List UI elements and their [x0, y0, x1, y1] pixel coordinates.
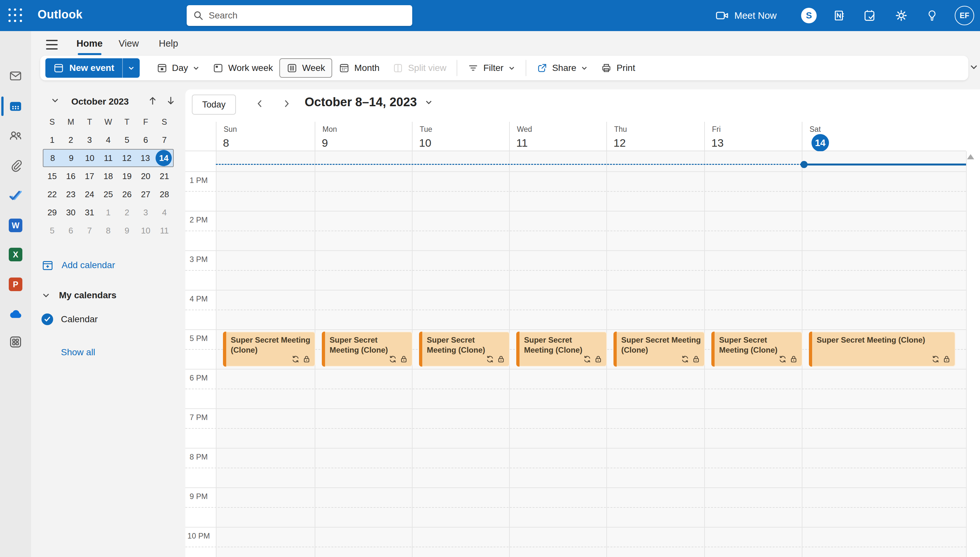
calendar-event[interactable]: Super Secret Meeting (Clone) — [809, 332, 956, 366]
minical-day-cell[interactable]: 31 — [80, 204, 99, 221]
show-all-link[interactable]: Show all — [61, 347, 95, 358]
scroll-up-arrow[interactable] — [967, 154, 974, 159]
minical-day-cell[interactable]: 22 — [43, 185, 62, 204]
minical-day-cell[interactable]: 26 — [118, 185, 136, 204]
view-day-button[interactable]: Day — [150, 58, 206, 78]
minical-day-cell[interactable]: 6 — [62, 221, 80, 239]
sidebar-item-calendar[interactable]: Calendar — [41, 313, 98, 325]
rail-attachments-icon[interactable] — [0, 152, 31, 178]
tab-help[interactable]: Help — [159, 34, 178, 53]
minical-day-cell[interactable]: 9 — [118, 221, 136, 239]
day-column-header-tue[interactable]: Tue10 — [412, 122, 509, 151]
my-calendars-group[interactable]: My calendars — [41, 290, 116, 301]
print-button[interactable]: Print — [595, 58, 642, 78]
minical-day-cell[interactable]: 27 — [136, 185, 155, 204]
calendar-event[interactable]: Super Secret Meeting (Clone) — [419, 332, 510, 366]
minical-day-cell[interactable]: 2 — [62, 131, 80, 149]
minical-day-cell[interactable]: 5 — [118, 131, 136, 149]
search-input[interactable] — [209, 10, 406, 21]
minical-day-cell[interactable]: 17 — [80, 167, 99, 185]
new-event-dropdown-chevron[interactable] — [122, 58, 140, 78]
minical-day-cell[interactable]: 12 — [118, 150, 136, 166]
minical-day-cell[interactable]: 28 — [155, 185, 174, 204]
onenote-icon[interactable] — [832, 9, 846, 22]
add-calendar-button[interactable]: Add calendar — [41, 259, 115, 271]
settings-gear-icon[interactable] — [895, 9, 908, 22]
collapse-ribbon-chevron[interactable] — [969, 62, 979, 72]
rail-excel-icon[interactable]: X — [0, 241, 31, 267]
view-week-button[interactable]: Week — [279, 58, 332, 78]
minical-day-cell[interactable]: 29 — [43, 204, 62, 221]
day-column-header-fri[interactable]: Fri13 — [704, 122, 802, 151]
rail-apps-icon[interactable] — [0, 329, 31, 355]
minical-day-cell[interactable]: 8 — [99, 221, 118, 239]
minical-day-cell[interactable]: 1 — [99, 204, 118, 221]
minical-day-cell[interactable]: 23 — [62, 185, 80, 204]
tips-lightbulb-icon[interactable] — [926, 9, 939, 22]
minical-day-cell[interactable]: 11 — [99, 150, 117, 166]
my-day-icon[interactable] — [863, 9, 877, 22]
search-bar[interactable] — [187, 5, 412, 26]
minical-day-cell[interactable]: 7 — [80, 221, 99, 239]
minical-day-cell[interactable]: 3 — [136, 204, 155, 221]
minical-day-cell[interactable]: 5 — [43, 221, 62, 239]
date-range-title[interactable]: October 8–14, 2023 — [305, 95, 433, 109]
calendar-event[interactable]: Super Secret Meeting (Clone) — [223, 332, 315, 366]
day-column-header-sun[interactable]: Sun8 — [216, 122, 315, 151]
share-button[interactable]: Share — [530, 58, 595, 78]
next-week-chevron[interactable] — [281, 98, 292, 109]
minical-day-cell[interactable]: 4 — [99, 131, 118, 149]
view-month-button[interactable]: Month — [332, 58, 386, 78]
minical-day-cell[interactable]: 21 — [155, 167, 174, 185]
minical-day-cell[interactable]: 11 — [155, 221, 174, 239]
rail-people-icon[interactable] — [0, 123, 31, 149]
calendar-event[interactable]: Super Secret Meeting (Clone) — [711, 332, 802, 366]
calendar-event[interactable]: Super Secret Meeting (Clone) — [614, 332, 705, 366]
tab-view[interactable]: View — [119, 34, 139, 53]
day-column-header-sat[interactable]: Sat14 — [802, 122, 966, 151]
minical-day-cell[interactable]: 8 — [43, 150, 62, 166]
minical-next-arrow-icon[interactable] — [166, 96, 176, 106]
minical-day-cell[interactable]: 16 — [62, 167, 80, 185]
minical-collapse-chevron[interactable] — [51, 96, 60, 105]
minical-day-cell[interactable]: 10 — [136, 221, 155, 239]
rail-mail-icon[interactable] — [0, 63, 31, 89]
calendar-event[interactable]: Super Secret Meeting (Clone) — [516, 332, 607, 366]
rail-onedrive-icon[interactable] — [0, 302, 31, 328]
today-button[interactable]: Today — [192, 94, 236, 115]
minical-day-cell[interactable]: 6 — [136, 131, 155, 149]
new-event-button[interactable]: New event — [46, 58, 140, 78]
minical-day-cell[interactable]: 14 — [155, 150, 173, 166]
calendar-grid[interactable]: 1 PM2 PM3 PM4 PM5 PM6 PM7 PM8 PM9 PM10 P… — [185, 151, 980, 557]
minical-prev-arrow-icon[interactable] — [148, 96, 157, 106]
filter-button[interactable]: Filter — [461, 58, 521, 78]
minical-day-cell[interactable]: 7 — [155, 131, 174, 149]
rail-word-icon[interactable]: W — [0, 212, 31, 238]
minical-day-cell[interactable]: 30 — [62, 204, 80, 221]
calendar-event[interactable]: Super Secret Meeting (Clone) — [322, 332, 413, 366]
minical-day-cell[interactable]: 9 — [62, 150, 80, 166]
rail-calendar-icon[interactable] — [0, 93, 31, 119]
minical-day-cell[interactable]: 10 — [80, 150, 99, 166]
day-column-header-wed[interactable]: Wed11 — [509, 122, 606, 151]
minical-day-cell[interactable]: 18 — [99, 167, 118, 185]
minical-month-title[interactable]: October 2023 — [71, 96, 129, 107]
account-avatar[interactable]: EF — [955, 6, 974, 25]
minical-day-cell[interactable]: 2 — [118, 204, 136, 221]
minical-day-cell[interactable]: 3 — [80, 131, 99, 149]
calendar-checked-icon[interactable] — [41, 313, 53, 325]
minical-day-cell[interactable]: 1 — [43, 131, 62, 149]
minical-day-cell[interactable]: 19 — [118, 167, 136, 185]
skype-icon[interactable]: S — [801, 8, 817, 23]
minical-day-cell[interactable]: 20 — [136, 167, 155, 185]
view-work-week-button[interactable]: Work week — [206, 58, 279, 78]
minical-selected-day[interactable]: 14 — [155, 150, 172, 166]
minical-day-cell[interactable]: 13 — [136, 150, 155, 166]
day-column-header-thu[interactable]: Thu12 — [606, 122, 704, 151]
app-launcher-icon[interactable] — [8, 8, 23, 23]
rail-powerpoint-icon[interactable]: P — [0, 271, 31, 297]
tab-home[interactable]: Home — [77, 34, 103, 53]
minical-day-cell[interactable]: 24 — [80, 185, 99, 204]
previous-week-chevron[interactable] — [255, 98, 265, 109]
rail-todo-icon[interactable] — [0, 182, 31, 208]
